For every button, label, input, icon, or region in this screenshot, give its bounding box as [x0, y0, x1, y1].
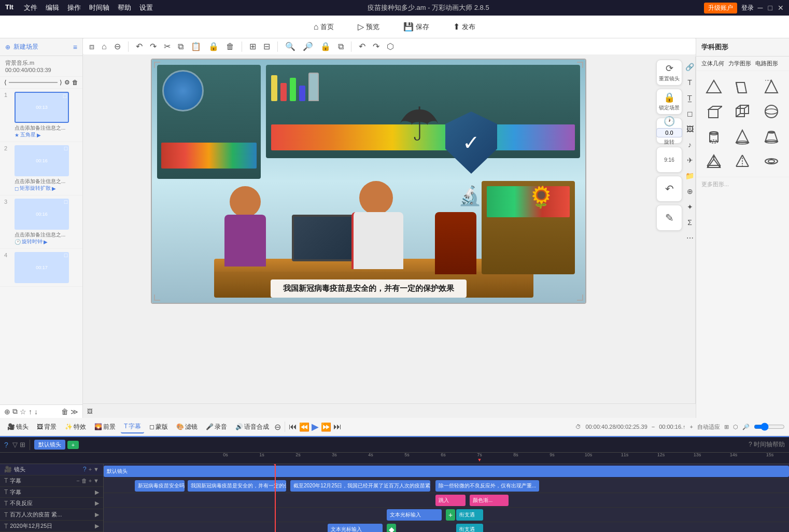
align-icon[interactable]: ⊞	[247, 40, 258, 52]
undo2-icon[interactable]: ↶	[357, 40, 368, 52]
play-icon[interactable]: ▶	[37, 132, 41, 138]
add-lens-button[interactable]: +	[67, 441, 79, 449]
next-button[interactable]: ⏩	[321, 422, 331, 432]
shape-triangle[interactable]	[701, 76, 726, 97]
prev-frame-button[interactable]: ⏮	[289, 422, 297, 431]
scene-item[interactable]: 4 00:17 ☐	[0, 249, 82, 287]
fit-icon[interactable]: ⊞	[724, 424, 729, 430]
shapes-tab-geometry[interactable]: 立体几何	[701, 60, 724, 67]
play-button[interactable]: ▶	[312, 421, 319, 432]
link-icon[interactable]: 🔗	[685, 61, 694, 73]
new-scene-button[interactable]: ⊕ 新建场景 ≡	[0, 38, 82, 56]
shape-cube-3d[interactable]	[730, 101, 755, 122]
tab-effects[interactable]: ✨ 特效	[62, 421, 89, 433]
delete-scene-icon[interactable]: 🗑	[61, 408, 68, 416]
track-play2-btn[interactable]: ▶	[95, 500, 99, 507]
track-more-btn[interactable]: ▼	[93, 466, 99, 472]
tab-foreground[interactable]: 🌄 前景	[91, 421, 119, 433]
undo-stage-button[interactable]: ↶	[656, 176, 682, 202]
december-clip-1[interactable]: 文本光标输入	[328, 524, 383, 532]
lens-help-icon[interactable]: ?	[83, 466, 87, 473]
toolbar-publish[interactable]: ⬆ 发布	[449, 20, 480, 34]
scene-item[interactable]: 2 00:16 ☐ 点击添加备注信息之... ◻ 矩形旋转扩散 ▶	[0, 142, 82, 195]
subtitle-clip-4[interactable]: 除一些轻微的不良反应外，仅有出现产重...	[435, 480, 539, 492]
toolbar-preview[interactable]: ▷ 预览	[354, 20, 384, 34]
scene-checkbox[interactable]: ☐	[64, 146, 68, 151]
shape-icon[interactable]: ◻	[687, 107, 693, 120]
more-icon[interactable]: ≫	[71, 408, 78, 416]
tab-filter[interactable]: 🎨 滤镜	[173, 421, 201, 433]
paste-icon[interactable]: 📋	[189, 40, 203, 52]
track-play3-btn[interactable]: ▶	[95, 511, 99, 518]
shapes-tab-circuit[interactable]: 电路图形	[755, 60, 778, 67]
move-up-icon[interactable]: ↑	[29, 408, 32, 416]
upgrade-button[interactable]: 升级账户	[704, 3, 737, 13]
shape-prism[interactable]	[701, 151, 726, 172]
audio-delete-icon[interactable]: 🗑	[72, 79, 78, 86]
image-icon[interactable]: 🖼	[686, 123, 694, 135]
track-add2-btn[interactable]: +	[89, 478, 92, 484]
scene-checkbox[interactable]: ☐	[63, 94, 67, 99]
lock-icon[interactable]: 🔒	[206, 40, 221, 52]
prev-button[interactable]: ⏪	[299, 422, 309, 432]
rotate-button[interactable]: 🕐 旋转	[656, 118, 682, 144]
copy-icon[interactable]: ⧉	[176, 41, 186, 52]
tab-mask[interactable]: ◻ 蒙版	[146, 421, 171, 433]
scene-item[interactable]: 1 00:13 ☐ 点击添加备注信息之... ★ 五角星 ▶	[0, 89, 82, 142]
menu-timeline[interactable]: 时间轴	[89, 3, 109, 12]
december-clip-2[interactable]: 衔支遇	[456, 524, 483, 532]
undo-icon[interactable]: ↶	[134, 40, 145, 52]
default-lens-clip[interactable]: 默认镜头	[104, 466, 789, 477]
plus-time-icon[interactable]: +	[690, 424, 693, 430]
corner-handle-tl[interactable]	[154, 62, 160, 68]
shapes-tab-physics[interactable]: 力学图形	[728, 60, 751, 67]
corner-handle-tr[interactable]	[577, 62, 583, 68]
export-tl-icon[interactable]: ⬡	[733, 424, 738, 430]
shape-pyramid[interactable]	[730, 151, 755, 172]
shape-frustum[interactable]	[759, 126, 784, 147]
subtitle-clip-2[interactable]: 我国新冠病毒疫苗是安全的，并有一定的保护效果	[188, 480, 286, 492]
track-play4-btn[interactable]: ▶	[95, 523, 99, 529]
menu-operate[interactable]: 操作	[67, 3, 81, 12]
tab-lens[interactable]: 🎥 镜头	[4, 421, 32, 433]
tab-background[interactable]: 🖼 背景	[34, 421, 60, 433]
cut-icon[interactable]: ✂	[162, 40, 173, 52]
track-del-btn[interactable]: 🗑	[81, 478, 87, 484]
shape-triangle-right[interactable]	[759, 76, 784, 97]
redo-icon[interactable]: ↷	[148, 40, 159, 52]
select-tl-icon[interactable]: ⊞	[20, 441, 25, 449]
frame-icon[interactable]: ⧈	[87, 41, 96, 52]
plane-icon[interactable]: ✈	[687, 154, 693, 166]
sum-icon[interactable]: Σ	[687, 216, 692, 229]
shape-triangle-3d[interactable]	[730, 76, 755, 97]
play-icon[interactable]: ▶	[44, 239, 48, 245]
folder-icon[interactable]: 📁	[685, 170, 694, 182]
distribute-icon[interactable]: ⊟	[261, 40, 272, 52]
audio-back-icon[interactable]: ⟨	[4, 79, 7, 86]
toolbar-home[interactable]: ⌂ 首页	[309, 20, 339, 34]
redo2-icon[interactable]: ↷	[371, 40, 382, 52]
bad-reaction-clip-2[interactable]: 颜色渐...	[470, 495, 509, 506]
export-icon[interactable]: ⬡	[385, 40, 396, 52]
edit-button[interactable]: ✎	[656, 205, 682, 231]
subtitle-clip-3[interactable]: 截至2020年12月25日，我国已经开展了近百万人次的疫苗紧急接种	[290, 480, 430, 492]
bad-reaction-clip-1[interactable]: 跳入	[435, 495, 466, 506]
shape-sphere[interactable]	[759, 101, 784, 122]
track-minus-btn[interactable]: −	[76, 478, 79, 484]
effects-icon[interactable]: ✦	[687, 201, 693, 213]
copy-scene-icon[interactable]: ⧉	[12, 407, 18, 416]
default-lens-button[interactable]: 默认镜头	[34, 440, 65, 450]
maximize-button[interactable]: □	[768, 4, 772, 12]
tab-tts[interactable]: 🔊 语音合成	[232, 421, 272, 433]
play-icon[interactable]: ▶	[52, 186, 56, 191]
millions-clip-2[interactable]: 衔支遇	[456, 509, 483, 521]
track-add-btn[interactable]: +	[89, 466, 92, 472]
close-button[interactable]: ✕	[778, 4, 784, 12]
millions-clip-1[interactable]: 文本光标输入	[387, 509, 442, 521]
timeline-cursor[interactable]	[275, 464, 276, 532]
help-tl-label[interactable]: ? 时间轴帮助	[749, 440, 785, 449]
tab-record[interactable]: 🎤 录音	[203, 421, 230, 433]
corner-handle-br[interactable]	[577, 295, 583, 301]
music-icon[interactable]: ♪	[688, 138, 692, 151]
audio-settings-icon[interactable]: ⚙	[64, 79, 70, 86]
